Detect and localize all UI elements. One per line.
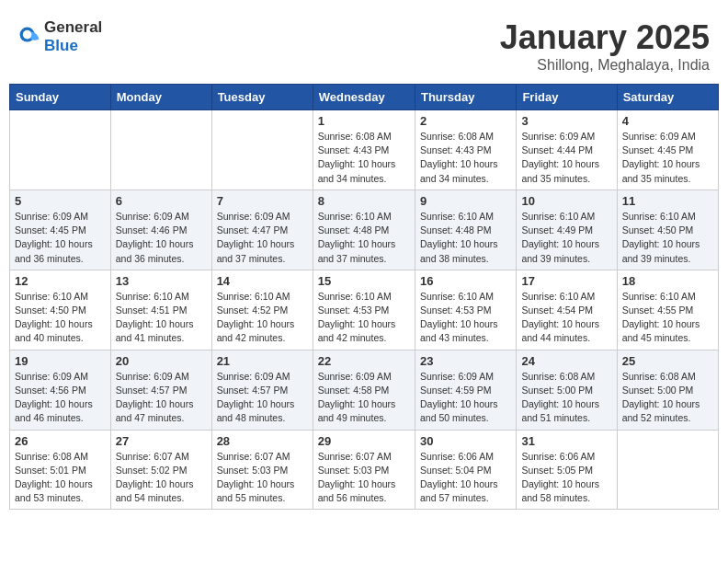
day-info: Sunrise: 6:09 AM Sunset: 4:57 PM Dayligh… <box>217 370 308 426</box>
day-number: 31 <box>521 434 611 448</box>
day-number: 27 <box>116 434 207 448</box>
day-info: Sunrise: 6:07 AM Sunset: 5:03 PM Dayligh… <box>318 450 410 506</box>
day-number: 9 <box>420 194 511 208</box>
calendar-cell: 2Sunrise: 6:08 AM Sunset: 4:43 PM Daylig… <box>415 110 516 190</box>
day-number: 4 <box>622 114 713 128</box>
day-info: Sunrise: 6:09 AM Sunset: 4:56 PM Dayligh… <box>15 370 106 426</box>
weekday-header-monday: Monday <box>110 85 211 110</box>
weekday-header-saturday: Saturday <box>617 85 718 110</box>
svg-point-1 <box>23 30 32 40</box>
day-number: 26 <box>15 434 106 448</box>
calendar-cell: 4Sunrise: 6:09 AM Sunset: 4:45 PM Daylig… <box>617 110 718 190</box>
weekday-header-friday: Friday <box>517 85 617 110</box>
weekday-header-thursday: Thursday <box>415 85 516 110</box>
calendar-cell: 27Sunrise: 6:07 AM Sunset: 5:02 PM Dayli… <box>110 430 211 510</box>
calendar-cell: 18Sunrise: 6:10 AM Sunset: 4:55 PM Dayli… <box>617 270 718 350</box>
calendar-cell: 6Sunrise: 6:09 AM Sunset: 4:46 PM Daylig… <box>110 190 211 270</box>
calendar-cell: 29Sunrise: 6:07 AM Sunset: 5:03 PM Dayli… <box>313 430 415 510</box>
day-number: 25 <box>622 354 713 368</box>
day-info: Sunrise: 6:10 AM Sunset: 4:48 PM Dayligh… <box>420 210 511 266</box>
calendar-subtitle: Shillong, Meghalaya, India <box>500 57 710 74</box>
calendar-week-row: 19Sunrise: 6:09 AM Sunset: 4:56 PM Dayli… <box>10 350 719 430</box>
day-info: Sunrise: 6:10 AM Sunset: 4:54 PM Dayligh… <box>521 290 611 346</box>
weekday-header-row: SundayMondayTuesdayWednesdayThursdayFrid… <box>10 85 719 110</box>
day-info: Sunrise: 6:09 AM Sunset: 4:58 PM Dayligh… <box>318 370 410 426</box>
calendar-cell: 10Sunrise: 6:10 AM Sunset: 4:49 PM Dayli… <box>517 190 617 270</box>
day-info: Sunrise: 6:09 AM Sunset: 4:44 PM Dayligh… <box>521 130 611 186</box>
day-info: Sunrise: 6:10 AM Sunset: 4:53 PM Dayligh… <box>420 290 511 346</box>
calendar-cell: 13Sunrise: 6:10 AM Sunset: 4:51 PM Dayli… <box>110 270 211 350</box>
day-info: Sunrise: 6:09 AM Sunset: 4:45 PM Dayligh… <box>622 130 713 186</box>
calendar-cell: 3Sunrise: 6:09 AM Sunset: 4:44 PM Daylig… <box>517 110 617 190</box>
calendar-table: SundayMondayTuesdayWednesdayThursdayFrid… <box>9 84 719 510</box>
day-info: Sunrise: 6:10 AM Sunset: 4:53 PM Dayligh… <box>318 290 410 346</box>
calendar-cell: 28Sunrise: 6:07 AM Sunset: 5:03 PM Dayli… <box>211 430 313 510</box>
day-number: 10 <box>521 194 611 208</box>
calendar-week-row: 1Sunrise: 6:08 AM Sunset: 4:43 PM Daylig… <box>10 110 719 190</box>
day-info: Sunrise: 6:10 AM Sunset: 4:48 PM Dayligh… <box>318 210 410 266</box>
day-info: Sunrise: 6:09 AM Sunset: 4:57 PM Dayligh… <box>116 370 207 426</box>
calendar-cell: 21Sunrise: 6:09 AM Sunset: 4:57 PM Dayli… <box>211 350 313 430</box>
calendar-cell: 11Sunrise: 6:10 AM Sunset: 4:50 PM Dayli… <box>617 190 718 270</box>
day-number: 24 <box>521 354 611 368</box>
day-number: 21 <box>217 354 308 368</box>
calendar-cell <box>211 110 313 190</box>
weekday-header-tuesday: Tuesday <box>211 85 313 110</box>
day-info: Sunrise: 6:08 AM Sunset: 5:01 PM Dayligh… <box>15 450 106 506</box>
day-info: Sunrise: 6:09 AM Sunset: 4:46 PM Dayligh… <box>116 210 207 266</box>
day-number: 28 <box>217 434 308 448</box>
day-info: Sunrise: 6:08 AM Sunset: 4:43 PM Dayligh… <box>420 130 511 186</box>
day-info: Sunrise: 6:08 AM Sunset: 5:00 PM Dayligh… <box>622 370 713 426</box>
calendar-cell: 7Sunrise: 6:09 AM Sunset: 4:47 PM Daylig… <box>211 190 313 270</box>
day-info: Sunrise: 6:10 AM Sunset: 4:49 PM Dayligh… <box>521 210 611 266</box>
day-number: 17 <box>521 274 611 288</box>
calendar-cell: 15Sunrise: 6:10 AM Sunset: 4:53 PM Dayli… <box>313 270 415 350</box>
day-info: Sunrise: 6:10 AM Sunset: 4:50 PM Dayligh… <box>15 290 106 346</box>
calendar-cell: 14Sunrise: 6:10 AM Sunset: 4:52 PM Dayli… <box>211 270 313 350</box>
day-number: 23 <box>420 354 511 368</box>
day-number: 5 <box>15 194 106 208</box>
day-info: Sunrise: 6:08 AM Sunset: 5:00 PM Dayligh… <box>521 370 611 426</box>
day-number: 12 <box>15 274 106 288</box>
calendar-title: January 2025 <box>500 18 710 57</box>
logo: General Blue <box>18 18 102 55</box>
day-number: 14 <box>217 274 308 288</box>
day-info: Sunrise: 6:06 AM Sunset: 5:05 PM Dayligh… <box>521 450 611 506</box>
calendar-cell: 12Sunrise: 6:10 AM Sunset: 4:50 PM Dayli… <box>10 270 111 350</box>
day-number: 18 <box>622 274 713 288</box>
calendar-cell: 1Sunrise: 6:08 AM Sunset: 4:43 PM Daylig… <box>313 110 415 190</box>
title-section: January 2025 Shillong, Meghalaya, India <box>500 18 710 74</box>
weekday-header-wednesday: Wednesday <box>313 85 415 110</box>
calendar-cell: 5Sunrise: 6:09 AM Sunset: 4:45 PM Daylig… <box>10 190 111 270</box>
logo-icon <box>18 26 40 48</box>
day-info: Sunrise: 6:06 AM Sunset: 5:04 PM Dayligh… <box>420 450 511 506</box>
calendar-cell: 19Sunrise: 6:09 AM Sunset: 4:56 PM Dayli… <box>10 350 111 430</box>
calendar-cell: 23Sunrise: 6:09 AM Sunset: 4:59 PM Dayli… <box>415 350 516 430</box>
calendar-cell: 9Sunrise: 6:10 AM Sunset: 4:48 PM Daylig… <box>415 190 516 270</box>
day-number: 8 <box>318 194 410 208</box>
calendar-week-row: 12Sunrise: 6:10 AM Sunset: 4:50 PM Dayli… <box>10 270 719 350</box>
calendar-week-row: 26Sunrise: 6:08 AM Sunset: 5:01 PM Dayli… <box>10 430 719 510</box>
day-number: 15 <box>318 274 410 288</box>
day-number: 29 <box>318 434 410 448</box>
day-number: 3 <box>521 114 611 128</box>
calendar-cell: 17Sunrise: 6:10 AM Sunset: 4:54 PM Dayli… <box>517 270 617 350</box>
day-info: Sunrise: 6:07 AM Sunset: 5:02 PM Dayligh… <box>116 450 207 506</box>
logo-general: General <box>44 18 102 36</box>
calendar-week-row: 5Sunrise: 6:09 AM Sunset: 4:45 PM Daylig… <box>10 190 719 270</box>
page-header: General Blue January 2025 Shillong, Megh… <box>9 9 719 78</box>
day-number: 16 <box>420 274 511 288</box>
day-number: 19 <box>15 354 106 368</box>
day-info: Sunrise: 6:08 AM Sunset: 4:43 PM Dayligh… <box>318 130 410 186</box>
calendar-cell <box>617 430 718 510</box>
day-info: Sunrise: 6:10 AM Sunset: 4:52 PM Dayligh… <box>217 290 308 346</box>
weekday-header-sunday: Sunday <box>10 85 111 110</box>
calendar-cell: 26Sunrise: 6:08 AM Sunset: 5:01 PM Dayli… <box>10 430 111 510</box>
calendar-cell: 25Sunrise: 6:08 AM Sunset: 5:00 PM Dayli… <box>617 350 718 430</box>
calendar-cell <box>110 110 211 190</box>
day-number: 20 <box>116 354 207 368</box>
day-info: Sunrise: 6:09 AM Sunset: 4:45 PM Dayligh… <box>15 210 106 266</box>
day-number: 13 <box>116 274 207 288</box>
day-number: 6 <box>116 194 207 208</box>
day-info: Sunrise: 6:07 AM Sunset: 5:03 PM Dayligh… <box>217 450 308 506</box>
